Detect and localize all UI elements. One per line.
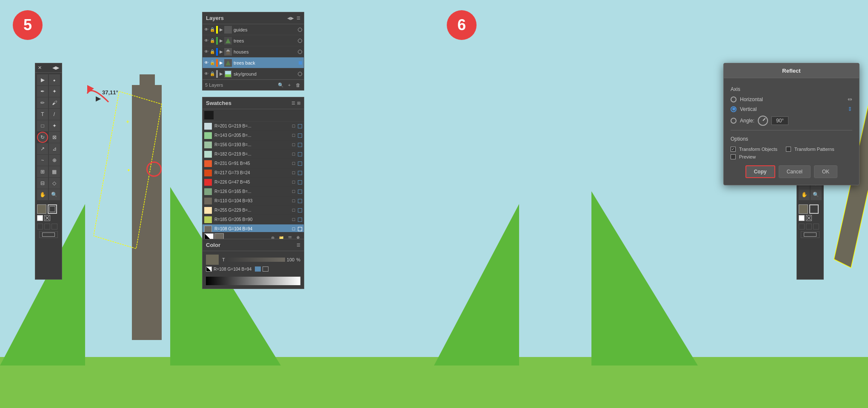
arrow-skyground[interactable]: ▶	[220, 71, 223, 76]
angle-input[interactable]	[771, 116, 788, 125]
swatch-r143[interactable]: R=143 G=205 B=... ☐	[203, 131, 304, 140]
color-stroke-btn[interactable]	[263, 266, 268, 272]
transform-objects-checkbox[interactable]	[731, 147, 736, 152]
tool-rotate[interactable]: ↻	[37, 132, 48, 143]
vertical-radio[interactable]	[731, 106, 737, 112]
eye-icon-treesback[interactable]: 👁	[204, 60, 208, 65]
tool-star[interactable]: ✦	[49, 120, 60, 131]
lock-icon-houses[interactable]: 🔒	[210, 49, 215, 54]
color-t-slider[interactable]	[227, 258, 285, 262]
skyground-target[interactable]	[298, 72, 302, 76]
lock-icon-trees[interactable]: 🔒	[210, 38, 215, 43]
fill-color[interactable]	[37, 204, 46, 214]
tool-brush[interactable]: 🖌	[49, 97, 60, 108]
swatch-r201[interactable]: R=201 G=219 B=... ☐	[203, 122, 304, 131]
lock-icon-skyground[interactable]: 🔒	[210, 71, 215, 76]
color-apply-btn[interactable]	[255, 266, 261, 272]
tool2-zoom[interactable]: 🔍	[811, 189, 822, 200]
swap-colors2[interactable]	[806, 215, 812, 221]
tool-text[interactable]: T	[37, 109, 48, 120]
toolbox-expand[interactable]: ◀▶	[52, 65, 59, 71]
layer-row-treesback[interactable]: 👁 🔒 ▶ trees back	[203, 57, 304, 68]
treesback-target[interactable]	[294, 61, 298, 65]
angle-dial[interactable]	[758, 116, 768, 126]
cancel-button[interactable]: Cancel	[779, 165, 811, 178]
swatch-r185[interactable]: R=185 G=205 B=90 ☐	[203, 215, 304, 224]
color-mode2-3[interactable]	[813, 224, 819, 230]
tool2-hand[interactable]: ✋	[799, 189, 810, 200]
tool-blend[interactable]: ⊞	[37, 166, 48, 177]
swatch-r156[interactable]: R=156 G=193 B=... ☐	[203, 140, 304, 150]
layer-row-trees[interactable]: 👁 🔒 ▶ trees	[203, 35, 304, 46]
swatch-r108[interactable]: R=108 G=104 B=94 ☐	[203, 224, 304, 232]
arrow-guides[interactable]: ▶	[220, 27, 223, 32]
tool-pencil[interactable]: ✏	[37, 97, 48, 108]
color-mode1[interactable]	[37, 224, 43, 230]
lock-icon-treesback[interactable]: 🔒	[210, 60, 215, 65]
arrow-trees[interactable]: ▶	[220, 38, 223, 43]
tool-rect[interactable]: □	[37, 120, 48, 131]
swatch-r255[interactable]: R=255 G=229 B=... ☐	[203, 206, 304, 215]
copy-button[interactable]: Copy	[745, 165, 775, 178]
tool-hand[interactable]: ✋	[37, 189, 48, 200]
layer-row-guides[interactable]: 👁 🔒 ▶ guides	[203, 24, 304, 35]
eye-icon-houses[interactable]: 👁	[204, 49, 208, 54]
swatch-r126[interactable]: R=126 G=165 B=... ☐	[203, 187, 304, 196]
layers-menu[interactable]: ☰	[297, 16, 300, 20]
layers-add[interactable]: +	[286, 82, 293, 88]
layers-del[interactable]: 🗑	[294, 82, 301, 88]
default-colors[interactable]	[37, 215, 43, 221]
artboard-tool[interactable]	[39, 231, 58, 238]
tool-pen[interactable]: ✒	[37, 86, 48, 97]
swatches-grid-icon[interactable]: ⊞	[297, 101, 300, 105]
color-menu-icon[interactable]: ☰	[297, 243, 300, 247]
swatch-r231[interactable]: R=231 G=91 B=45 ☐	[203, 159, 304, 168]
tool-zoom[interactable]: 🔍	[49, 189, 60, 200]
color-mode3[interactable]	[51, 224, 57, 230]
swatch-r110[interactable]: R=110 G=104 B=93 ☐	[203, 196, 304, 206]
stroke-color2[interactable]	[809, 204, 819, 214]
toolbox-close[interactable]: ✕	[38, 65, 42, 71]
tool-slice[interactable]: ⊟	[37, 178, 48, 189]
eye-icon-guides[interactable]: 👁	[204, 27, 208, 32]
fill-color2[interactable]	[799, 204, 808, 214]
tool-scale[interactable]: ↗	[37, 143, 48, 154]
tool-eraser[interactable]: ◇	[49, 178, 60, 189]
tool-reflect[interactable]: ⊠	[49, 132, 60, 143]
tool-warp[interactable]: ~	[37, 155, 48, 166]
color-mode2-2[interactable]	[806, 224, 812, 230]
lock-icon-guides[interactable]: 🔒	[210, 27, 215, 32]
swap-colors[interactable]	[44, 215, 50, 221]
tool-select[interactable]: ▶	[37, 74, 48, 85]
trees-target[interactable]	[298, 39, 302, 43]
color-mode2-1[interactable]	[799, 224, 805, 230]
arrow-treesback[interactable]: ▶	[220, 60, 223, 65]
tool-chart[interactable]: ▦	[49, 166, 60, 177]
houses-target[interactable]	[298, 50, 302, 54]
eye-icon-trees[interactable]: 👁	[204, 38, 208, 43]
default-colors2[interactable]	[799, 215, 805, 221]
artboard-tool2[interactable]	[801, 231, 819, 238]
eye-icon-skyground[interactable]: 👁	[204, 71, 208, 76]
layers-collapse[interactable]: ◀▶	[287, 16, 294, 20]
tool-shear[interactable]: ⊿	[49, 143, 60, 154]
layer-row-skyground[interactable]: 👁 🔒 ▶ sky/ground	[203, 68, 304, 79]
horizontal-radio[interactable]	[731, 96, 737, 102]
layer-row-houses[interactable]: 👁 🔒 ▶ houses	[203, 46, 304, 57]
ok-button[interactable]: OK	[814, 165, 837, 178]
black-swatch[interactable]	[204, 111, 214, 119]
arrow-houses[interactable]: ▶	[220, 49, 223, 54]
swatch-r217[interactable]: R=217 G=73 B=24 ☐	[203, 168, 304, 178]
swatch-r226[interactable]: R=226 G=47 B=45 ☐	[203, 178, 304, 187]
layers-search[interactable]: 🔍	[277, 82, 284, 88]
angle-radio[interactable]	[731, 118, 737, 124]
tool-eyedropper[interactable]: ⊕	[49, 155, 60, 166]
color-gradient-icon[interactable]	[206, 266, 212, 272]
preview-checkbox[interactable]	[731, 154, 736, 159]
guides-target[interactable]	[298, 28, 302, 32]
transform-patterns-checkbox[interactable]	[786, 147, 791, 152]
tool-direct-select[interactable]: ⬥	[49, 74, 60, 85]
swatch-r182[interactable]: R=182 G=219 B=... ☐	[203, 150, 304, 159]
tool-line[interactable]: /	[49, 109, 60, 120]
swatches-list-icon[interactable]: ☰	[291, 101, 295, 105]
